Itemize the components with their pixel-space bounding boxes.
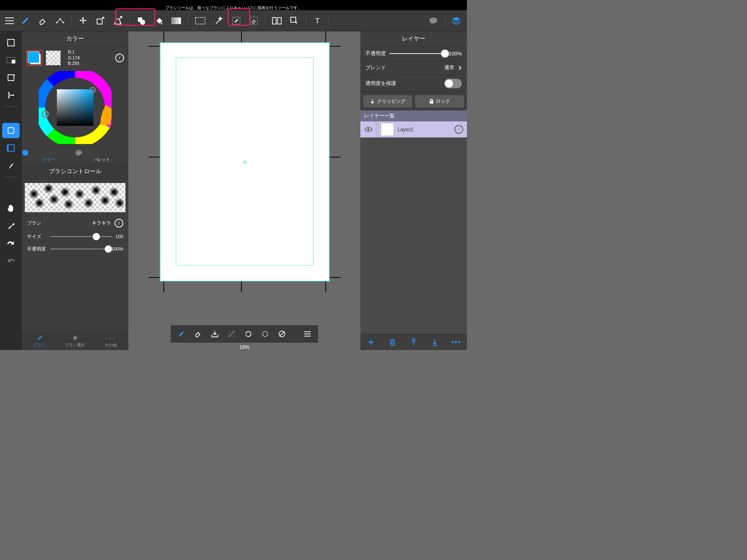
svg-rect-10 bbox=[272, 18, 276, 24]
perspective-tool[interactable] bbox=[110, 13, 127, 28]
left-panel: カラー R:1 G:174 B:255 i bbox=[22, 31, 128, 350]
svg-rect-17 bbox=[12, 60, 15, 63]
shape-tool[interactable] bbox=[133, 13, 150, 28]
layer-more-button[interactable]: ••• bbox=[449, 338, 464, 346]
layer-list-header: レイヤー一覧 bbox=[360, 110, 467, 121]
quick-mask-tool[interactable] bbox=[2, 52, 20, 68]
smudge-tool[interactable] bbox=[52, 13, 69, 28]
color-panel-title: カラー bbox=[22, 31, 128, 47]
bb-brush[interactable] bbox=[174, 327, 189, 341]
brush-control-title: ブラシコントロール bbox=[22, 164, 128, 179]
bb-no-rotate[interactable] bbox=[274, 327, 290, 341]
svg-rect-20 bbox=[8, 145, 14, 151]
svg-point-36 bbox=[367, 128, 369, 131]
brush-info-button[interactable]: i bbox=[115, 219, 123, 228]
svg-point-29 bbox=[78, 150, 80, 151]
delete-layer-button[interactable] bbox=[385, 338, 400, 346]
lock-button[interactable]: ロック bbox=[415, 95, 464, 108]
color-info-button[interactable]: i bbox=[115, 54, 124, 62]
svg-text:T: T bbox=[315, 17, 320, 25]
clipping-button[interactable]: クリッピング bbox=[363, 95, 412, 108]
gradient-tool[interactable] bbox=[168, 13, 185, 28]
layer-empty-area bbox=[360, 137, 467, 334]
color-panel-tool[interactable] bbox=[2, 123, 20, 138]
svg-point-14 bbox=[429, 18, 437, 23]
rotate-tool[interactable] bbox=[2, 70, 20, 85]
canvas-page[interactable]: ＋ bbox=[160, 42, 330, 281]
svg-point-27 bbox=[22, 150, 28, 156]
tooltip-bar: ブラシツールは、様々なブラシによりキャンバスに描画を行うツールです。 bbox=[0, 6, 467, 10]
protect-alpha-toggle[interactable] bbox=[444, 79, 462, 88]
layer-thumbnail bbox=[381, 123, 394, 136]
eraser-tool[interactable] bbox=[34, 13, 51, 28]
canvas-bottom-toolbar bbox=[171, 325, 318, 343]
text-tool[interactable]: T bbox=[309, 13, 326, 28]
reference-tool[interactable] bbox=[2, 140, 20, 156]
svg-point-28 bbox=[77, 151, 78, 152]
eyedropper-tool[interactable] bbox=[2, 218, 20, 233]
svg-rect-35 bbox=[430, 101, 433, 104]
palette-tab[interactable]: パレット bbox=[75, 147, 128, 164]
layer-visibility-toggle[interactable] bbox=[360, 121, 376, 137]
layer-opacity-row[interactable]: 不透明度 100% bbox=[360, 47, 467, 61]
bb-eraser[interactable] bbox=[190, 327, 206, 341]
frame-cursor-tool[interactable] bbox=[286, 13, 303, 28]
brush-opacity-slider[interactable]: 不透明度 100% bbox=[22, 243, 128, 255]
other-tab[interactable]: ○○○ その他 bbox=[93, 332, 128, 350]
layer-info-button[interactable]: i bbox=[454, 125, 463, 134]
svg-point-30 bbox=[80, 151, 81, 152]
brush-size-slider[interactable]: サイズ 100 bbox=[22, 230, 128, 243]
bb-save[interactable] bbox=[207, 327, 222, 341]
chevron-right-icon bbox=[458, 65, 462, 70]
pen-tool[interactable] bbox=[2, 158, 20, 173]
menu-button[interactable] bbox=[2, 18, 17, 24]
brush-preview[interactable] bbox=[25, 183, 125, 212]
svg-rect-18 bbox=[8, 75, 14, 81]
hand-tool[interactable] bbox=[2, 201, 20, 216]
transform-tool[interactable] bbox=[92, 13, 109, 28]
move-tool[interactable] bbox=[75, 13, 92, 28]
color-tab[interactable]: カラー bbox=[22, 147, 75, 164]
brush-tab[interactable]: ブラシ bbox=[22, 332, 57, 350]
select-eraser-tool[interactable] bbox=[245, 13, 262, 28]
fullscreen-tool[interactable] bbox=[2, 35, 20, 50]
layer-panel-title: レイヤー bbox=[360, 31, 467, 47]
brush-select-tab[interactable]: ブラシ選択 bbox=[57, 332, 93, 350]
protect-alpha-row[interactable]: 透明度を保護 bbox=[360, 75, 467, 92]
frame-divide-tool[interactable] bbox=[268, 13, 285, 28]
undo-tool[interactable] bbox=[2, 253, 20, 268]
lock-icon bbox=[429, 99, 434, 104]
color-wheel[interactable] bbox=[22, 70, 128, 147]
fill-tool[interactable] bbox=[150, 13, 167, 28]
balloon-tool[interactable] bbox=[425, 13, 442, 28]
transparent-swatch[interactable] bbox=[46, 51, 61, 65]
select-brush-tool[interactable] bbox=[228, 13, 245, 28]
bb-undo[interactable] bbox=[241, 327, 256, 341]
blend-mode-row[interactable]: ブレンド 通常 bbox=[360, 61, 467, 75]
svg-rect-3 bbox=[97, 19, 102, 24]
bb-deselect[interactable] bbox=[224, 327, 239, 341]
svg-point-5 bbox=[140, 20, 145, 25]
flip-tool[interactable] bbox=[2, 88, 20, 103]
brush-name-row[interactable]: ブラシ キラキラ i bbox=[22, 216, 128, 230]
svg-rect-24 bbox=[57, 89, 93, 126]
top-toolbar: T bbox=[0, 10, 467, 31]
svg-line-32 bbox=[229, 331, 235, 337]
redo-tool[interactable] bbox=[2, 236, 20, 251]
layer-up-button[interactable] bbox=[406, 338, 421, 346]
bb-menu[interactable] bbox=[300, 327, 315, 341]
wand-tool[interactable] bbox=[210, 13, 227, 28]
color-swatch-stack[interactable] bbox=[26, 50, 42, 66]
layer-row[interactable]: Layer2 i bbox=[360, 121, 467, 137]
rect-select-tool[interactable] bbox=[191, 13, 210, 28]
layer-name: Layer2 bbox=[396, 127, 454, 132]
layers-toggle[interactable] bbox=[448, 13, 465, 28]
brush-tool[interactable] bbox=[17, 13, 34, 28]
svg-line-34 bbox=[279, 331, 285, 337]
add-layer-button[interactable] bbox=[364, 338, 378, 346]
bb-redo[interactable] bbox=[258, 327, 273, 341]
svg-rect-7 bbox=[196, 18, 205, 24]
tooltip-text: ブラシツールは、様々なブラシによりキャンバスに描画を行うツールです。 bbox=[165, 5, 302, 10]
layer-down-button[interactable] bbox=[427, 338, 442, 346]
canvas-area[interactable]: ＋ 18% bbox=[128, 31, 360, 350]
